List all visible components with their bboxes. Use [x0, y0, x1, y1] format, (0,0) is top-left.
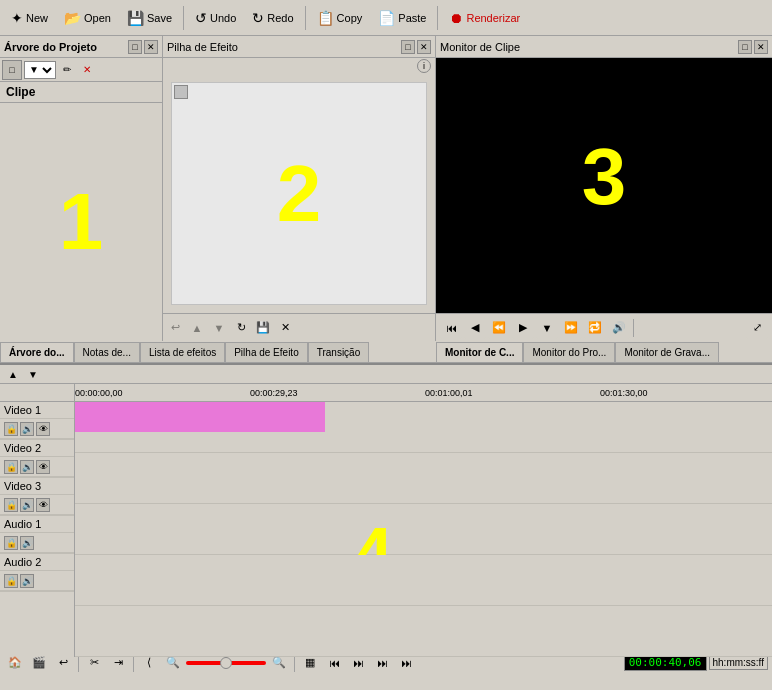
track-audio1-lock[interactable]: 🔒	[4, 536, 18, 550]
tab-arvore[interactable]: Árvore do...	[0, 342, 74, 362]
tab-monitor-pro[interactable]: Monitor do Pro...	[523, 342, 615, 362]
copy-button[interactable]: 📋 Copy	[310, 4, 370, 32]
left-panel-view-button[interactable]: □	[2, 60, 22, 80]
tab-monitor-grava[interactable]: Monitor de Grava...	[615, 342, 719, 362]
monitor-rewind-button[interactable]: ⏪	[488, 317, 510, 339]
monitor-expand-button[interactable]: ⤢	[746, 317, 768, 339]
tab-pilha-efeito[interactable]: Pilha de Efeito	[225, 342, 308, 362]
track-video2-mute[interactable]: 🔊	[20, 460, 34, 474]
zoom-slider[interactable]	[186, 661, 266, 665]
redo-button[interactable]: ↻ Redo	[245, 4, 300, 32]
monitor-float-button[interactable]: □	[738, 40, 752, 54]
render-icon: ⏺	[449, 10, 463, 26]
track-area-video2-content[interactable]	[75, 453, 772, 483]
effect-save-button[interactable]: 💾	[253, 318, 273, 338]
track-area-audio2-content[interactable]	[75, 606, 772, 636]
track-video1-lock[interactable]: 🔒	[4, 422, 18, 436]
timeline-expand-button[interactable]: ▼	[24, 365, 42, 383]
effect-down-button[interactable]: ▼	[209, 318, 229, 338]
video1-clip[interactable]	[75, 402, 325, 432]
new-button[interactable]: ✦ New	[4, 4, 55, 32]
monitor-big-number: 3	[582, 130, 627, 222]
middle-panel-close-button[interactable]: ✕	[417, 40, 431, 54]
track-area-audio2-icons	[75, 636, 772, 656]
tab-bar-right: Monitor de C... Monitor do Pro... Monito…	[436, 341, 772, 363]
tab-lista-efeitos[interactable]: Lista de efeitos	[140, 342, 225, 362]
left-panel-edit-button[interactable]: ✏	[58, 61, 76, 79]
ruler-spacer	[0, 384, 74, 402]
track-video1-mute[interactable]: 🔊	[20, 422, 34, 436]
info-icon[interactable]: i	[417, 59, 431, 73]
paste-icon: 📄	[378, 10, 395, 26]
track-audio1-mute[interactable]: 🔊	[20, 536, 34, 550]
effect-refresh-button[interactable]: ↻	[231, 318, 251, 338]
timeline-content: Video 1 🔒 🔊 👁 Video 2 🔒 🔊 👁 Video 3	[0, 384, 772, 657]
left-content: 1	[0, 103, 162, 341]
effect-small-box	[174, 85, 188, 99]
monitor-prev-frame-button[interactable]: ◀	[464, 317, 486, 339]
tab-monitor-c[interactable]: Monitor de C...	[436, 342, 523, 362]
timeline-collapse-button[interactable]: ▲	[4, 365, 22, 383]
open-button[interactable]: 📂 Open	[57, 4, 118, 32]
effect-up-button[interactable]: ▲	[187, 318, 207, 338]
track-video1-icons: 🔒 🔊 👁	[0, 419, 74, 439]
render-button[interactable]: ⏺ Renderizar	[442, 4, 527, 32]
track-area-video3-content[interactable]: 4	[75, 504, 772, 534]
track-area-video1	[75, 402, 772, 453]
track-video2-eye[interactable]: 👁	[36, 460, 50, 474]
undo-button[interactable]: ↺ Undo	[188, 4, 243, 32]
undo-icon: ↺	[195, 10, 207, 26]
tf-home-button[interactable]: 🏠	[4, 652, 26, 674]
toolbar-separator	[183, 6, 184, 30]
monitor-play-button[interactable]: ▶	[512, 317, 534, 339]
track-video3-eye[interactable]: 👁	[36, 498, 50, 512]
effect-delete-button[interactable]: ✕	[275, 318, 295, 338]
middle-panel-float-button[interactable]: □	[401, 40, 415, 54]
track-area-audio2	[75, 606, 772, 657]
tab-bar-left: Árvore do... Notas de... Lista de efeito…	[0, 341, 436, 363]
effect-preview: 2	[171, 82, 427, 305]
track-video3-name: Video 3	[0, 478, 74, 495]
monitor-fastforward-button[interactable]: ⏩	[560, 317, 582, 339]
toolbar-separator-3	[437, 6, 438, 30]
track-area-audio1-content[interactable]	[75, 555, 772, 585]
track-audio2-name: Audio 2	[0, 554, 74, 571]
toolbar-separator-2	[305, 6, 306, 30]
left-panel-close-button[interactable]: ✕	[144, 40, 158, 54]
copy-icon: 📋	[317, 10, 334, 26]
effect-back-button[interactable]: ↩	[165, 318, 185, 338]
monitor-volume-button[interactable]: 🔊	[608, 317, 630, 339]
track-audio1: Audio 1 🔒 🔊	[0, 516, 74, 554]
save-button[interactable]: 💾 Save	[120, 4, 179, 32]
middle-panel: Pilha de Efeito □ ✕ i 2 ↩ ▲ ▼ ↻ 💾 ✕	[163, 36, 436, 341]
track-audio2: Audio 2 🔒 🔊	[0, 554, 74, 592]
track-video3: Video 3 🔒 🔊 👁	[0, 478, 74, 516]
track-area-video3-icons	[75, 534, 772, 554]
paste-button[interactable]: 📄 Paste	[371, 4, 433, 32]
monitor-header: Monitor de Clipe □ ✕	[436, 36, 772, 58]
tf-back-button[interactable]: ↩	[52, 652, 74, 674]
monitor-play-arrow[interactable]: ▼	[536, 317, 558, 339]
left-panel-delete-button[interactable]: ✕	[78, 61, 96, 79]
track-area-video1-content[interactable]	[75, 402, 772, 432]
tab-notas[interactable]: Notas de...	[74, 342, 140, 362]
track-area-audio1	[75, 555, 772, 606]
track-audio2-mute[interactable]: 🔊	[20, 574, 34, 588]
middle-info: i	[163, 58, 435, 74]
tab-transicao[interactable]: Transição	[308, 342, 370, 362]
monitor-header-buttons: □ ✕	[738, 40, 768, 54]
track-video2-lock[interactable]: 🔒	[4, 460, 18, 474]
track-video3-mute[interactable]: 🔊	[20, 498, 34, 512]
monitor-begin-button[interactable]: ⏮	[440, 317, 462, 339]
toolbar: ✦ New 📂 Open 💾 Save ↺ Undo ↻ Redo 📋 Copy…	[0, 0, 772, 36]
monitor-close-button[interactable]: ✕	[754, 40, 768, 54]
left-panel-float-button[interactable]: □	[128, 40, 142, 54]
track-video3-lock[interactable]: 🔒	[4, 498, 18, 512]
left-panel-view-select[interactable]: ▼	[24, 61, 56, 79]
track-area: 00:00:00,00 00:00:29,23 00:01:00,01 00:0…	[75, 384, 772, 657]
tf-track-button[interactable]: 🎬	[28, 652, 50, 674]
track-video2-name: Video 2	[0, 440, 74, 457]
monitor-loop-button[interactable]: 🔁	[584, 317, 606, 339]
track-video1-eye[interactable]: 👁	[36, 422, 50, 436]
track-audio2-lock[interactable]: 🔒	[4, 574, 18, 588]
